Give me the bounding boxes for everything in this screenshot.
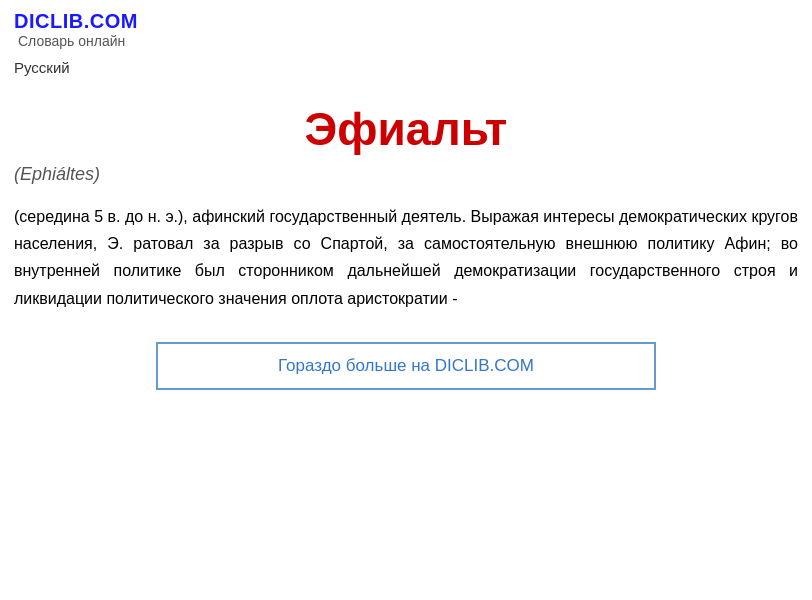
main-content: Эфиальт (Ephiáltes) (середина 5 в. до н.… [0, 82, 812, 410]
more-button[interactable]: Гораздо больше на DICLIB.COM [156, 342, 656, 390]
site-header: DICLIB.COM Словарь онлайн [0, 0, 812, 53]
word-definition: (середина 5 в. до н. э.), афинский госуд… [14, 203, 798, 312]
site-title[interactable]: DICLIB.COM [14, 10, 798, 33]
site-subtitle: Словарь онлайн [14, 33, 798, 49]
language-label: Русский [0, 53, 812, 82]
word-heading: Эфиальт [14, 102, 798, 156]
word-transliteration: (Ephiáltes) [14, 164, 798, 185]
cta-container: Гораздо больше на DICLIB.COM [14, 342, 798, 390]
